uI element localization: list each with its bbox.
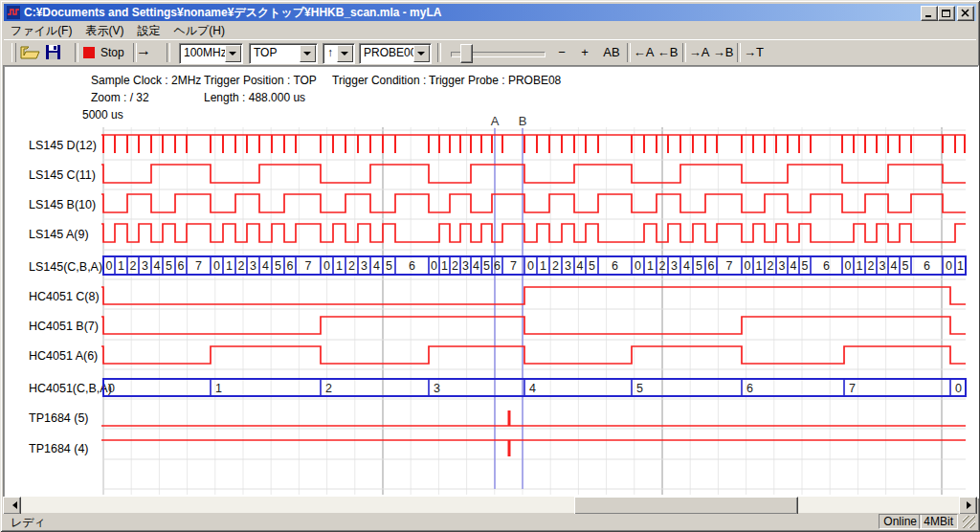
length-info: Length : 488.000 us — [204, 91, 305, 104]
toolbar-separator — [75, 43, 78, 62]
window-title: C:¥Documents and Settings¥noname¥デスクトップ¥… — [24, 5, 441, 21]
menu-view[interactable]: 表示(V) — [78, 21, 130, 41]
chevron-down-icon[interactable] — [413, 45, 430, 62]
status-ready-text: レディ — [11, 515, 46, 531]
maximize-icon — [942, 9, 951, 18]
app-window: { "window": {"title": "C:¥Documents and … — [0, 0, 980, 532]
toolbar-separator — [737, 43, 741, 62]
trigger-probe-value: PROBE00 — [364, 46, 416, 59]
close-button[interactable] — [957, 6, 974, 21]
title-bar[interactable]: C:¥Documents and Settings¥noname¥デスクトップ¥… — [4, 4, 976, 21]
chevron-down-icon[interactable] — [337, 45, 353, 62]
channel-label: HC4051 C(8) — [29, 289, 100, 304]
toolbar: Stop → 100MHz TOP ↑ PROBE00 − + AB ←A ←B… — [4, 39, 976, 66]
goto-cursor-a-button[interactable]: ←A — [633, 43, 655, 62]
maximize-button[interactable] — [938, 6, 955, 21]
set-cursor-b-button[interactable]: →B — [712, 43, 734, 62]
zoom-out-button[interactable]: − — [553, 43, 570, 62]
trigger-probe-info: Trigger Probe : PROBE08 — [429, 74, 561, 87]
channel-label: LS145 D(12) — [29, 138, 97, 153]
scrollbar-thumb[interactable] — [574, 497, 798, 515]
chevron-down-icon[interactable] — [300, 45, 316, 62]
stop-label: Stop — [100, 43, 124, 62]
trigger-position-info: Trigger Position : TOP — [204, 74, 317, 87]
trigger-condition-info: Trigger Condition : ↓ — [332, 74, 435, 87]
trigger-position-value: TOP — [254, 46, 277, 59]
menu-help[interactable]: ヘルプ(H) — [167, 21, 232, 41]
channel-label: HC4051 B(7) — [29, 319, 99, 334]
time-axis-label: 5000 us — [82, 108, 123, 122]
save-icon[interactable] — [45, 43, 62, 62]
open-file-icon[interactable] — [19, 43, 40, 62]
sample-clock-value: 100MHz — [184, 46, 227, 59]
sample-clock-combo[interactable]: 100MHz — [179, 43, 243, 64]
toolbar-separator — [627, 43, 631, 62]
toolbar-separator — [167, 43, 170, 62]
menu-settings[interactable]: 設定 — [130, 21, 167, 41]
close-icon — [961, 9, 970, 18]
scroll-left-button[interactable] — [3, 497, 21, 515]
arrow-right-icon — [967, 501, 975, 509]
goto-cursor-b-button[interactable]: ←B — [657, 43, 679, 62]
channel-label: LS145 B(10) — [29, 197, 96, 212]
toolbar-separator — [682, 43, 686, 62]
toolbar-grip — [11, 43, 16, 62]
trigger-position-combo[interactable]: TOP — [249, 43, 318, 64]
resize-grip-icon[interactable] — [963, 516, 975, 528]
sample-clock-info: Sample Clock : 2MHz — [91, 74, 201, 87]
channel-label: HC4051(C,B,A) — [29, 381, 112, 396]
channel-label: TP1684 (5) — [29, 410, 89, 426]
channel-label: TP1684 (4) — [29, 441, 89, 456]
stop-icon — [83, 47, 95, 58]
channel-label: LS145 A(9) — [29, 227, 89, 242]
goto-trigger-button[interactable]: →T — [743, 43, 765, 62]
menu-file[interactable]: ファイル(F) — [4, 21, 78, 41]
trigger-probe-combo[interactable]: PROBE00 — [359, 43, 432, 64]
channel-label: HC4051 A(6) — [29, 348, 98, 364]
scroll-right-button[interactable] — [959, 497, 977, 515]
toolbar-separator — [437, 43, 441, 62]
channel-label: LS145(C,B,A) — [29, 259, 102, 275]
channel-label: LS145 C(11) — [29, 167, 96, 183]
trigger-edge-combo[interactable]: ↑ — [323, 43, 355, 64]
minimize-button[interactable] — [921, 6, 938, 21]
zoom-info: Zoom : / 32 — [91, 91, 149, 104]
set-cursor-a-button[interactable]: →A — [688, 43, 710, 62]
horizontal-scrollbar[interactable] — [3, 497, 977, 513]
waveform-plot[interactable] — [3, 65, 979, 499]
chevron-down-icon[interactable] — [225, 45, 241, 62]
zoom-in-button[interactable]: + — [576, 43, 593, 62]
menu-bar: ファイル(F) 表示(V) 設定 ヘルプ(H) — [4, 22, 976, 39]
minimize-icon — [924, 9, 934, 18]
online-status-badge: Online — [879, 514, 922, 529]
arrow-left-icon — [9, 501, 17, 509]
trigger-edge-value: ↑ — [327, 46, 333, 59]
memory-size-badge: 4MBit — [919, 514, 958, 529]
zoom-slider-thumb[interactable] — [460, 44, 473, 63]
status-bar: レディ Online 4MBit — [3, 514, 977, 529]
single-run-button[interactable]: → — [136, 42, 151, 59]
ab-button[interactable]: AB — [599, 43, 624, 62]
app-icon — [7, 6, 20, 19]
